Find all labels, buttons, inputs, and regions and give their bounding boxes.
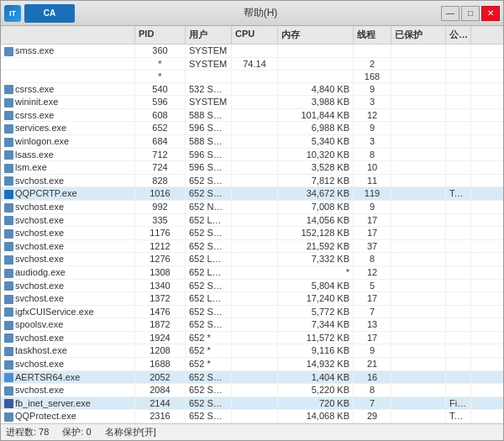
table-row[interactable]: svchost.exe 1340 652 SYSTEM 5,804 KB 5 [1,280,503,293]
process-memory: 152,128 KB [278,227,354,239]
process-user: 652 SYSTEM [186,306,232,318]
table-row[interactable]: svchost.exe 1276 652 LOCAL SERVICE 7,332… [1,253,503,266]
process-icon [4,373,13,382]
process-user: 652 * [186,344,232,357]
process-memory [278,58,354,70]
table-row[interactable]: svchost.exe 1688 652 * 14,932 KB 21 [1,358,503,371]
process-name: QQPCRTP.exe [1,187,135,200]
table-row[interactable]: smss.exe 360 SYSTEM [1,45,503,58]
process-memory: * [278,266,354,279]
table-row[interactable]: audiodg.exe 1308 652 LOCAL SERVICE * 12 [1,266,503,280]
table-row[interactable]: winlogon.exe 684 588 SYSTEM 5,340 KB 3 [1,135,503,149]
process-threads: 17 [354,214,391,227]
process-user: 596 SYSTEM [186,122,232,134]
process-cpu: 74.14 [232,58,278,70]
process-company: Tencent [446,187,471,200]
process-memory: 14,056 KB [278,214,354,227]
process-protected [391,371,446,384]
process-user: SYSTEM [186,58,232,70]
process-icon [4,176,13,186]
col-protected[interactable]: 已保护 [391,26,446,44]
table-row[interactable]: services.exe 652 596 SYSTEM 6,988 KB 9 [1,122,503,135]
process-threads: 8 [354,149,391,161]
process-cpu [232,96,278,108]
table-row[interactable]: taskhost.exe 1208 652 * 9,116 KB 9 [1,344,503,358]
process-user: 596 SYSTEM [186,149,232,161]
process-cpu [232,253,278,265]
process-company [446,135,471,148]
process-pid: 828 [135,175,186,187]
process-threads: 7 [354,306,391,318]
table-row[interactable]: lsass.exe 712 596 SYSTEM 10,320 KB 8 [1,149,503,162]
process-threads: 8 [354,253,391,265]
process-pid: 540 [135,83,186,96]
process-protected [391,96,446,108]
col-user[interactable]: 用户 [186,26,232,44]
col-company[interactable]: 公司 [446,26,471,44]
process-pid: 1476 [135,306,186,318]
process-memory: 21,592 KB [278,240,354,253]
process-icon [4,242,13,251]
table-row[interactable]: svchost.exe 1212 652 SYSTEM 21,592 KB 37 [1,240,503,254]
process-icon [4,190,13,199]
process-name: svchost.exe [1,280,135,292]
close-button[interactable]: ✕ [481,6,500,21]
table-row[interactable]: svchost.exe 335 652 LOCAL SERVICE 14,056… [1,214,503,228]
process-user: 652 SYSTEM [186,371,232,384]
table-row[interactable]: QQPCRTP.exe 1016 652 SYSTEM 34,672 KB 11… [1,187,503,201]
process-user: 652 * [186,332,232,344]
process-user: 652 SYSTEM [186,318,232,331]
col-pid[interactable]: PID [135,26,186,44]
process-protected [391,71,446,82]
process-threads: 2 [354,58,391,70]
process-threads: 17 [354,227,391,239]
process-pid: 712 [135,149,186,161]
process-company [446,384,471,396]
table-row[interactable]: QQProtect.exe 2316 652 SYSTEM 14,068 KB … [1,410,503,423]
maximize-button[interactable]: □ [461,6,480,21]
table-row[interactable]: svchost.exe 1176 652 SYSTEM 152,128 KB 1… [1,227,503,240]
table-row[interactable]: csrss.exe 540 532 SYSTEM 4,840 KB 9 [1,83,503,97]
table-row[interactable]: svchost.exe 1372 652 LOCAL SERVICE 17,24… [1,292,503,306]
process-user: 652 SYSTEM [186,397,232,410]
table-row[interactable]: lsm.exe 724 596 SYSTEM 3,528 KB 10 [1,161,503,175]
col-threads[interactable]: 线程 [354,26,391,44]
process-pid: 2316 [135,410,186,423]
table-row[interactable]: svchost.exe 2084 652 SYSTEM 5,220 KB 8 [1,384,503,397]
process-user: 588 SYSTEM [186,135,232,148]
process-cpu [232,71,278,82]
process-icon [4,98,13,108]
col-name[interactable] [1,26,135,44]
table-row[interactable]: svchost.exe 992 652 NETWORK.SER... 7,008… [1,201,503,214]
table-row[interactable]: igfxCUIService.exe 1476 652 SYSTEM 5,772… [1,306,503,319]
minimize-button[interactable]: — [441,6,459,21]
process-threads: 7 [354,397,391,410]
process-name: svchost.exe [1,332,135,344]
process-icon [4,255,13,265]
process-memory: 101,844 KB [278,109,354,122]
process-company [446,266,471,279]
process-threads: 119 [354,187,391,200]
table-row[interactable]: fb_inet_server.exe 2144 652 SYSTEM 720 K… [1,397,503,411]
process-memory: 5,340 KB [278,135,354,148]
table-row[interactable]: AERTSR64.exe 2052 652 SYSTEM 1,404 KB 16 [1,371,503,385]
process-cpu [232,266,278,279]
process-memory: 7,344 KB [278,318,354,331]
process-name: QQProtect.exe [1,410,135,423]
process-cpu [232,227,278,239]
process-pid: 335 [135,214,186,227]
col-cpu[interactable]: CPU [232,26,278,44]
table-header: PID 用户 CPU 内存 线程 已保护 公司 [1,26,503,45]
table-row[interactable]: wininit.exe 596 SYSTEM 3,988 KB 3 [1,96,503,109]
table-row[interactable]: svchost.exe 1924 652 * 11,572 KB 17 [1,332,503,345]
col-memory[interactable]: 内存 [278,26,354,44]
process-protected [391,227,446,239]
process-cpu [232,306,278,318]
table-row[interactable]: spoolsv.exe 1872 652 SYSTEM 7,344 KB 13 [1,318,503,332]
table-row[interactable]: svchost.exe 828 652 SYSTEM 7,812 KB 11 [1,175,503,188]
process-user: 652 SYSTEM [186,187,232,200]
table-row[interactable]: * SYSTEM 74.14 2 [1,58,503,71]
process-pid: 1924 [135,332,186,344]
table-row[interactable]: * 168 [1,71,503,83]
table-row[interactable]: csrss.exe 608 588 SYSTEM 101,844 KB 12 [1,109,503,123]
